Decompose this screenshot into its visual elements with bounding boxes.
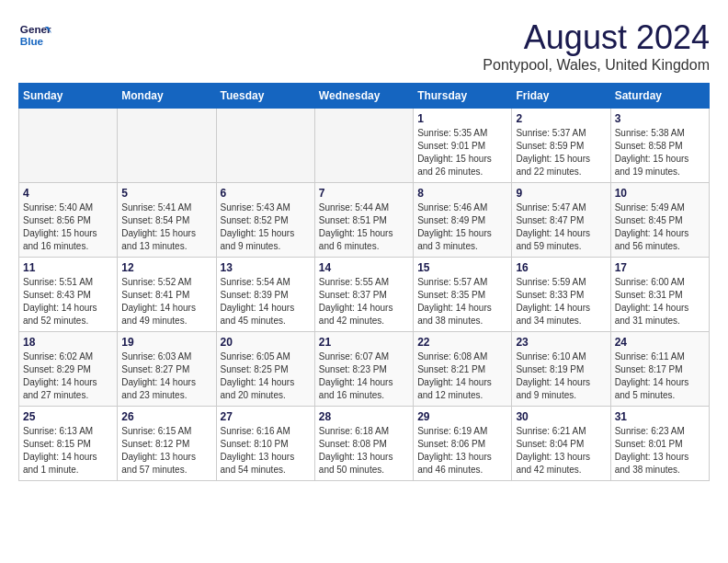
week-row-2: 4Sunrise: 5:40 AMSunset: 8:56 PMDaylight… <box>19 183 710 258</box>
logo-icon: General Blue <box>18 18 51 52</box>
day-info: Sunrise: 5:55 AMSunset: 8:37 PMDaylight:… <box>319 276 409 327</box>
day-number: 8 <box>417 187 507 200</box>
calendar-cell: 5Sunrise: 5:41 AMSunset: 8:54 PMDaylight… <box>118 183 216 258</box>
calendar-cell: 25Sunrise: 6:13 AMSunset: 8:15 PMDayligh… <box>19 407 118 481</box>
day-number: 25 <box>23 410 113 423</box>
day-number: 16 <box>516 261 606 274</box>
calendar-cell: 29Sunrise: 6:19 AMSunset: 8:06 PMDayligh… <box>414 407 512 481</box>
day-number: 4 <box>23 187 113 200</box>
calendar-cell: 26Sunrise: 6:15 AMSunset: 8:12 PMDayligh… <box>118 407 216 481</box>
day-number: 3 <box>615 112 705 125</box>
day-info: Sunrise: 5:35 AMSunset: 9:01 PMDaylight:… <box>417 127 507 178</box>
weekday-header-saturday: Saturday <box>610 84 709 109</box>
day-info: Sunrise: 5:52 AMSunset: 8:41 PMDaylight:… <box>121 276 211 327</box>
day-number: 15 <box>417 261 507 274</box>
week-row-5: 25Sunrise: 6:13 AMSunset: 8:15 PMDayligh… <box>19 407 710 481</box>
day-info: Sunrise: 5:49 AMSunset: 8:45 PMDaylight:… <box>615 201 705 253</box>
calendar-cell: 9Sunrise: 5:47 AMSunset: 8:47 PMDaylight… <box>512 183 610 258</box>
day-number: 29 <box>417 410 507 423</box>
day-info: Sunrise: 6:00 AMSunset: 8:31 PMDaylight:… <box>615 276 705 327</box>
day-info: Sunrise: 5:51 AMSunset: 8:43 PMDaylight:… <box>23 276 113 327</box>
day-info: Sunrise: 6:05 AMSunset: 8:25 PMDaylight:… <box>221 350 311 402</box>
day-info: Sunrise: 5:43 AMSunset: 8:52 PMDaylight:… <box>221 201 311 253</box>
day-info: Sunrise: 5:44 AMSunset: 8:51 PMDaylight:… <box>319 201 409 253</box>
day-number: 7 <box>319 187 409 200</box>
day-number: 12 <box>121 261 211 274</box>
calendar-cell: 8Sunrise: 5:46 AMSunset: 8:49 PMDaylight… <box>414 183 512 258</box>
day-info: Sunrise: 5:59 AMSunset: 8:33 PMDaylight:… <box>516 276 606 327</box>
day-info: Sunrise: 6:19 AMSunset: 8:06 PMDaylight:… <box>417 425 507 477</box>
calendar-cell: 2Sunrise: 5:37 AMSunset: 8:59 PMDaylight… <box>512 109 610 183</box>
calendar: SundayMondayTuesdayWednesdayThursdayFrid… <box>18 83 710 481</box>
calendar-cell: 12Sunrise: 5:52 AMSunset: 8:41 PMDayligh… <box>118 258 216 332</box>
calendar-cell: 7Sunrise: 5:44 AMSunset: 8:51 PMDaylight… <box>314 183 413 258</box>
day-number: 1 <box>417 112 507 125</box>
header: General Blue August 2024 Pontypool, Wale… <box>18 18 710 74</box>
week-row-3: 11Sunrise: 5:51 AMSunset: 8:43 PMDayligh… <box>19 258 710 332</box>
calendar-cell <box>118 109 216 183</box>
day-info: Sunrise: 5:46 AMSunset: 8:49 PMDaylight:… <box>417 201 507 253</box>
calendar-cell: 31Sunrise: 6:23 AMSunset: 8:01 PMDayligh… <box>610 407 709 481</box>
day-info: Sunrise: 6:18 AMSunset: 8:08 PMDaylight:… <box>319 425 409 477</box>
weekday-header-thursday: Thursday <box>414 84 512 109</box>
week-row-1: 1Sunrise: 5:35 AMSunset: 9:01 PMDaylight… <box>19 109 710 183</box>
calendar-cell: 10Sunrise: 5:49 AMSunset: 8:45 PMDayligh… <box>610 183 709 258</box>
day-number: 26 <box>121 410 211 423</box>
day-number: 30 <box>516 410 606 423</box>
weekday-header-wednesday: Wednesday <box>314 84 413 109</box>
calendar-cell: 13Sunrise: 5:54 AMSunset: 8:39 PMDayligh… <box>216 258 314 332</box>
day-number: 20 <box>221 336 311 349</box>
day-number: 2 <box>516 112 606 125</box>
day-number: 22 <box>417 336 507 349</box>
calendar-cell: 19Sunrise: 6:03 AMSunset: 8:27 PMDayligh… <box>118 332 216 407</box>
weekday-header-row: SundayMondayTuesdayWednesdayThursdayFrid… <box>19 84 710 109</box>
day-number: 24 <box>615 336 705 349</box>
day-number: 6 <box>221 187 311 200</box>
day-info: Sunrise: 6:11 AMSunset: 8:17 PMDaylight:… <box>615 350 705 402</box>
svg-text:Blue: Blue <box>20 35 44 47</box>
day-number: 28 <box>319 410 409 423</box>
calendar-cell: 18Sunrise: 6:02 AMSunset: 8:29 PMDayligh… <box>19 332 118 407</box>
calendar-cell: 4Sunrise: 5:40 AMSunset: 8:56 PMDaylight… <box>19 183 118 258</box>
day-info: Sunrise: 5:47 AMSunset: 8:47 PMDaylight:… <box>516 201 606 253</box>
week-row-4: 18Sunrise: 6:02 AMSunset: 8:29 PMDayligh… <box>19 332 710 407</box>
calendar-cell: 23Sunrise: 6:10 AMSunset: 8:19 PMDayligh… <box>512 332 610 407</box>
weekday-header-tuesday: Tuesday <box>216 84 314 109</box>
day-info: Sunrise: 5:54 AMSunset: 8:39 PMDaylight:… <box>221 276 311 327</box>
day-info: Sunrise: 6:08 AMSunset: 8:21 PMDaylight:… <box>417 350 507 402</box>
day-number: 13 <box>221 261 311 274</box>
calendar-cell: 16Sunrise: 5:59 AMSunset: 8:33 PMDayligh… <box>512 258 610 332</box>
month-title: August 2024 <box>483 18 710 57</box>
day-info: Sunrise: 6:13 AMSunset: 8:15 PMDaylight:… <box>23 425 113 477</box>
day-number: 9 <box>516 187 606 200</box>
calendar-cell: 14Sunrise: 5:55 AMSunset: 8:37 PMDayligh… <box>314 258 413 332</box>
calendar-cell: 27Sunrise: 6:16 AMSunset: 8:10 PMDayligh… <box>216 407 314 481</box>
calendar-cell: 20Sunrise: 6:05 AMSunset: 8:25 PMDayligh… <box>216 332 314 407</box>
day-number: 31 <box>615 410 705 423</box>
day-number: 19 <box>121 336 211 349</box>
calendar-cell: 15Sunrise: 5:57 AMSunset: 8:35 PMDayligh… <box>414 258 512 332</box>
day-number: 21 <box>319 336 409 349</box>
calendar-cell: 3Sunrise: 5:38 AMSunset: 8:58 PMDaylight… <box>610 109 709 183</box>
day-info: Sunrise: 6:02 AMSunset: 8:29 PMDaylight:… <box>23 350 113 402</box>
day-number: 18 <box>23 336 113 349</box>
calendar-cell: 11Sunrise: 5:51 AMSunset: 8:43 PMDayligh… <box>19 258 118 332</box>
calendar-cell: 17Sunrise: 6:00 AMSunset: 8:31 PMDayligh… <box>610 258 709 332</box>
location-title: Pontypool, Wales, United Kingdom <box>483 57 710 74</box>
weekday-header-monday: Monday <box>118 84 216 109</box>
weekday-header-friday: Friday <box>512 84 610 109</box>
day-info: Sunrise: 6:03 AMSunset: 8:27 PMDaylight:… <box>121 350 211 402</box>
calendar-cell: 22Sunrise: 6:08 AMSunset: 8:21 PMDayligh… <box>414 332 512 407</box>
day-number: 17 <box>615 261 705 274</box>
day-info: Sunrise: 6:15 AMSunset: 8:12 PMDaylight:… <box>121 425 211 477</box>
day-number: 10 <box>615 187 705 200</box>
day-number: 14 <box>319 261 409 274</box>
logo: General Blue <box>18 18 51 52</box>
calendar-cell: 21Sunrise: 6:07 AMSunset: 8:23 PMDayligh… <box>314 332 413 407</box>
day-info: Sunrise: 6:07 AMSunset: 8:23 PMDaylight:… <box>319 350 409 402</box>
day-info: Sunrise: 5:57 AMSunset: 8:35 PMDaylight:… <box>417 276 507 327</box>
day-info: Sunrise: 6:10 AMSunset: 8:19 PMDaylight:… <box>516 350 606 402</box>
calendar-cell <box>216 109 314 183</box>
calendar-cell: 6Sunrise: 5:43 AMSunset: 8:52 PMDaylight… <box>216 183 314 258</box>
day-info: Sunrise: 5:38 AMSunset: 8:58 PMDaylight:… <box>615 127 705 178</box>
